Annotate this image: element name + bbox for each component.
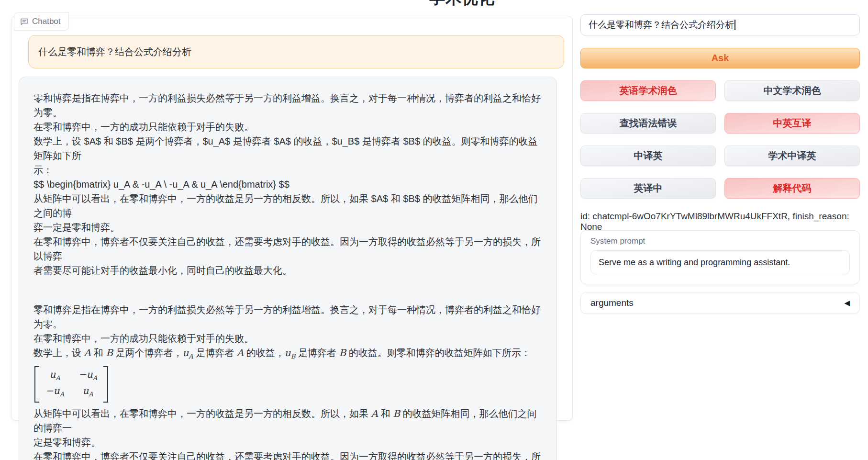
bot-message: 零和博弈是指在博弈中，一方的利益损失必然等于另一方的利益增益。换言之，对于每一种…: [19, 77, 557, 460]
function-button-5[interactable]: 学术中译英: [724, 146, 860, 166]
system-prompt-value: Serve me as a writing and programming as…: [599, 258, 790, 268]
function-button-2[interactable]: 查找语法错误: [580, 113, 716, 134]
system-prompt-group: System prompt Serve me as a writing and …: [580, 230, 860, 284]
accordion-collapse-icon: ◀: [844, 299, 850, 307]
accordion-label: arguments: [590, 298, 634, 308]
function-button-6[interactable]: 英译中: [580, 178, 716, 199]
chatbot-panel: Chatbot 什么是零和博弈？结合公式介绍分析 零和博弈是指在博弈中，一方的利…: [11, 16, 573, 421]
app: 学术优化 Chatbot 什么是零和博弈？结合公式介绍分析 零和博弈是指在博弈中…: [0, 0, 868, 460]
user-message: 什么是零和博弈？结合公式介绍分析: [28, 35, 564, 68]
question-input-value: 什么是零和博弈？结合公式介绍分析: [589, 19, 734, 31]
function-button-0[interactable]: 英语学术润色: [580, 80, 716, 101]
bot-rendered-p4: 从矩阵中可以看出，在零和博弈中，一方的收益是另一方的相反数。所以，如果 A 和 …: [33, 406, 542, 449]
system-prompt-label: System prompt: [590, 236, 645, 246]
function-button-3[interactable]: 中英互译: [724, 113, 860, 134]
function-button-7[interactable]: 解释代码: [724, 178, 860, 199]
function-button-grid: 英语学术润色中文学术润色查找语法错误中英互译中译英学术中译英英译中解释代码: [580, 80, 860, 199]
chatbot-label-text: Chatbot: [32, 17, 61, 26]
function-button-1[interactable]: 中文学术润色: [724, 80, 860, 101]
user-message-text: 什么是零和博弈？结合公式介绍分析: [38, 46, 191, 57]
bot-rendered-p1: 零和博弈是指在博弈中，一方的利益损失必然等于另一方的利益增益。换言之，对于每一种…: [33, 303, 542, 346]
status-line: id: chatcmpl-6wOo7KrYTwMl89lbrMWRu4UkFFX…: [580, 211, 860, 232]
function-button-4[interactable]: 中译英: [580, 146, 716, 166]
text-caret: [734, 20, 735, 30]
ask-button[interactable]: Ask: [580, 48, 860, 68]
question-input[interactable]: 什么是零和博弈？结合公式介绍分析: [580, 14, 860, 35]
payoff-matrix: uA−uA−uAuA: [34, 366, 108, 403]
system-prompt-input[interactable]: Serve me as a writing and programming as…: [590, 250, 850, 274]
paragraph-gap: [33, 278, 542, 303]
arguments-accordion[interactable]: arguments ◀: [580, 292, 860, 314]
chatbot-label: Chatbot: [14, 12, 69, 31]
page-title-clipped: 学术优化: [429, 0, 494, 9]
bot-rendered-p5: 在零和博弈中，博弈者不仅要关注自己的收益，还需要考虑对手的收益。因为一方取得的收…: [33, 449, 542, 460]
chat-bubble-icon: [20, 17, 29, 26]
bot-rendered-p2: 数学上，设 A 和 B 是两个博弈者，uA 是博弈者 A 的收益，uB 是博弈者…: [33, 346, 542, 364]
bot-raw-latex-text: 零和博弈是指在博弈中，一方的利益损失必然等于另一方的利益增益。换言之，对于每一种…: [33, 91, 542, 278]
